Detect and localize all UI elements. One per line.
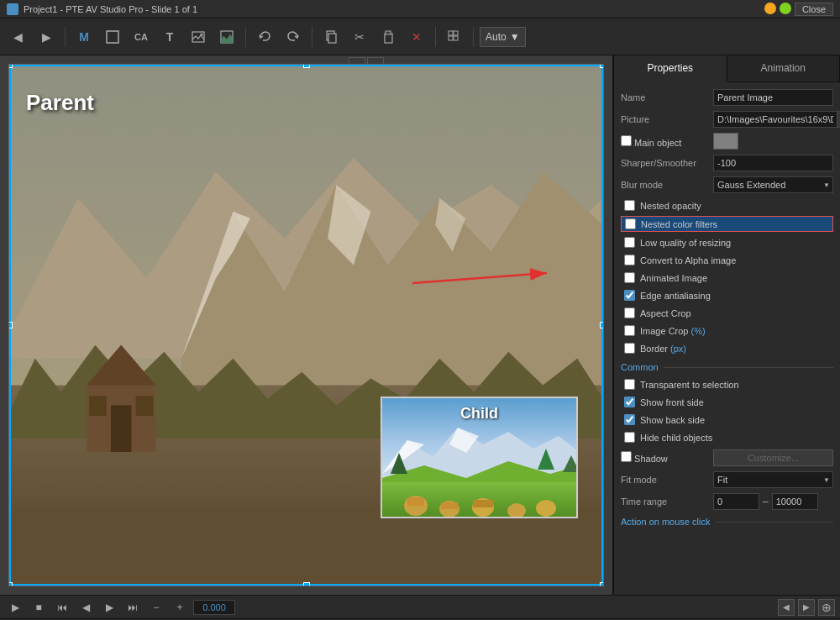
tab-animation[interactable]: Animation <box>727 55 841 81</box>
transparent-sel-label: Transparent to selection <box>640 380 739 390</box>
toolbar-nav-prev[interactable]: ◀ <box>5 24 30 50</box>
sharper-label: Sharper/Smoother <box>621 158 713 168</box>
navigate-right-btn[interactable]: ▶ <box>798 599 815 616</box>
convert-alpha-label: Convert to Alpha image <box>640 255 736 265</box>
handle-tl <box>9 65 13 68</box>
tc-prev-btn[interactable]: ◀ <box>76 597 96 617</box>
toolbar-grid[interactable] <box>442 24 467 50</box>
prop-row-picture: Picture ▼ <box>621 111 833 128</box>
fit-mode-select[interactable]: Fit Fill Stretch None <box>713 471 833 488</box>
checkbox-transparent-sel: Transparent to selection <box>621 377 833 391</box>
prop-row-name: Name <box>621 89 833 106</box>
toolbar-copy-obj[interactable] <box>318 24 344 50</box>
nested-opacity-checkbox[interactable] <box>624 200 635 211</box>
navigate-cross-btn[interactable]: ⊕ <box>818 599 835 616</box>
checkbox-nested-opacity: Nested opacity <box>621 198 833 213</box>
right-panel: Properties Animation Name Picture ▼ <box>613 55 840 595</box>
image-crop-checkbox[interactable] <box>624 325 635 336</box>
close-button[interactable]: Close <box>795 3 833 16</box>
action-divider: Action on mouse click <box>621 517 833 527</box>
toolbar-delete[interactable]: ✕ <box>404 24 429 50</box>
checkbox-image-crop: Image Crop (%) <box>621 323 833 338</box>
toolbar-auto-dropdown[interactable]: Auto ▼ <box>480 27 526 47</box>
window-controls: — □ Close <box>764 3 833 16</box>
toolbar-nav-next[interactable]: ▶ <box>34 24 59 50</box>
hide-child-label: Hide child objects <box>640 433 712 443</box>
toolbar-undo[interactable] <box>252 24 277 50</box>
app-icon <box>7 3 18 15</box>
show-front-checkbox[interactable] <box>624 397 635 407</box>
handle-mr <box>600 322 603 328</box>
svg-rect-37 <box>473 500 493 507</box>
edge-antialiasing-checkbox[interactable] <box>624 290 635 301</box>
svg-rect-6 <box>385 34 392 43</box>
maximize-button[interactable]: □ <box>780 3 791 14</box>
picture-input[interactable] <box>713 111 837 128</box>
toolbar-mode-img[interactable] <box>186 24 211 50</box>
name-input[interactable] <box>713 89 833 106</box>
prop-row-sharper: Sharper/Smoother <box>621 155 833 171</box>
shadow-checkbox[interactable] <box>621 451 632 462</box>
checkbox-edge-antialiasing: Edge antialiasing <box>621 288 833 302</box>
checkbox-show-back: Show back side <box>621 412 833 427</box>
low-quality-checkbox[interactable] <box>624 237 635 248</box>
main-object-checkbox[interactable] <box>621 135 632 146</box>
svg-marker-21 <box>87 345 155 386</box>
transparent-sel-checkbox[interactable] <box>624 379 635 390</box>
slide-canvas: Parent <box>8 64 604 586</box>
aspect-crop-checkbox[interactable] <box>624 307 635 318</box>
checkbox-aspect-crop: Aspect Crop <box>621 306 833 320</box>
border-checkbox[interactable] <box>624 343 635 354</box>
toolbar-mode-frame[interactable] <box>100 24 125 50</box>
border-label: Border (px) <box>640 344 686 354</box>
title-text: Project1 - PTE AV Studio Pro - Slide 1 o… <box>24 4 197 14</box>
tc-minus-btn[interactable]: − <box>146 597 166 617</box>
nested-color-filters-label: Nested color filters <box>641 219 717 229</box>
prop-row-main-object: Main object <box>621 133 833 150</box>
prop-row-shadow: Shadow Customize... <box>621 448 833 466</box>
auto-label: Auto <box>486 31 507 43</box>
nested-color-filters-checkbox[interactable] <box>625 218 636 229</box>
tc-plus-btn[interactable]: + <box>170 597 190 617</box>
parent-text-label: Parent <box>26 90 94 116</box>
toolbar-cut[interactable]: ✂ <box>347 24 372 50</box>
toolbar-paste[interactable] <box>375 24 401 50</box>
svg-point-38 <box>507 503 526 518</box>
toolbar-mode-t[interactable]: T <box>157 24 182 50</box>
hide-child-checkbox[interactable] <box>624 432 635 443</box>
minimize-button[interactable]: — <box>764 3 776 14</box>
handle-bl <box>9 582 13 586</box>
animated-checkbox[interactable] <box>624 272 635 283</box>
tab-properties[interactable]: Properties <box>614 55 727 82</box>
tc-fastfwd-btn[interactable]: ⏭ <box>123 597 143 617</box>
picture-value-wrap: ▼ <box>713 111 840 128</box>
sharper-input[interactable] <box>713 155 833 171</box>
time-end-input[interactable] <box>772 493 818 510</box>
svg-point-2 <box>201 33 203 35</box>
action-label: Action on mouse click <box>621 517 710 527</box>
show-back-checkbox[interactable] <box>624 414 635 425</box>
show-back-label: Show back side <box>640 415 705 425</box>
svg-rect-33 <box>407 497 424 506</box>
show-front-label: Show front side <box>640 397 704 407</box>
time-start-input[interactable] <box>713 493 759 510</box>
tc-play-btn[interactable]: ▶ <box>5 597 25 617</box>
tc-next-btn[interactable]: ▶ <box>99 597 119 617</box>
common-label: Common <box>621 362 659 372</box>
customize-button[interactable]: Customize... <box>713 449 833 466</box>
toolbar-mode-m[interactable]: M <box>71 24 97 50</box>
blur-select[interactable]: Gauss Extended None Gauss Motion <box>713 176 833 193</box>
main-object-color[interactable] <box>713 133 738 150</box>
svg-point-39 <box>536 500 556 517</box>
titlebar: Project1 - PTE AV Studio Pro - Slide 1 o… <box>0 0 840 18</box>
toolbar-mode-ca[interactable]: CA <box>129 24 154 50</box>
canvas-area[interactable]: ◀ ▶ <box>0 55 613 595</box>
toolbar-redo[interactable] <box>281 24 306 50</box>
name-label: Name <box>621 92 713 102</box>
navigate-left-btn[interactable]: ◀ <box>778 599 795 616</box>
tc-stop-btn[interactable]: ■ <box>29 597 49 617</box>
tc-rewind-btn[interactable]: ⏮ <box>52 597 72 617</box>
toolbar-mode-land[interactable] <box>214 24 239 50</box>
svg-rect-23 <box>89 396 106 416</box>
convert-alpha-checkbox[interactable] <box>624 255 635 265</box>
